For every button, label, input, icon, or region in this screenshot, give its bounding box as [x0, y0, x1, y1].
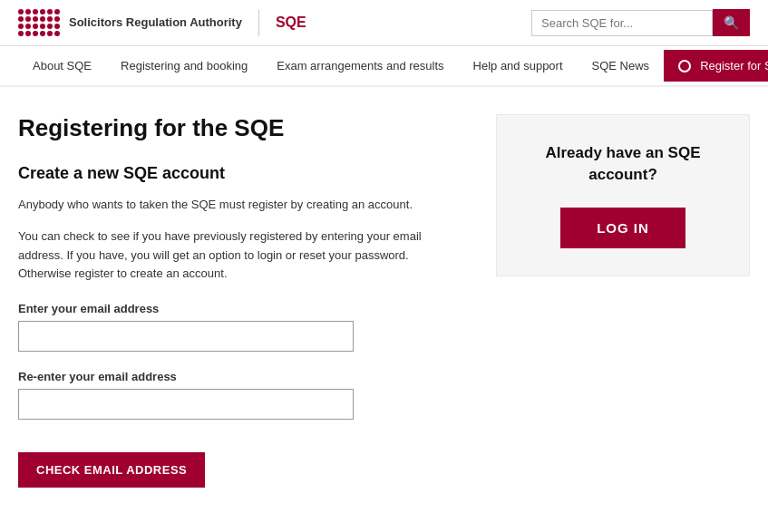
logo-text: Solicitors Regulation Authority — [69, 15, 242, 30]
main-nav: About SQE Registering and booking Exam a… — [0, 46, 768, 87]
logo-divider — [258, 9, 259, 36]
re-email-form-group: Re-enter your email address — [18, 370, 460, 420]
nav-link-registering-booking[interactable]: Registering and booking — [106, 46, 262, 85]
site-header: Solicitors Regulation Authority SQE 🔍 — [0, 0, 768, 46]
email-input[interactable] — [18, 321, 354, 352]
nav-link-about-sqe[interactable]: About SQE — [18, 46, 106, 85]
account-panel: Already have an SQE account? LOG IN — [496, 114, 750, 276]
account-panel-title: Already have an SQE account? — [515, 142, 731, 186]
email-form-group: Enter your email address — [18, 302, 460, 352]
section-title: Create a new SQE account — [18, 164, 460, 183]
re-email-label: Re-enter your email address — [18, 370, 460, 383]
sqe-news-link[interactable]: SQE News — [578, 46, 665, 85]
register-button[interactable]: Register for SQE · Log in — [664, 50, 768, 82]
search-area: 🔍 — [531, 9, 750, 36]
email-label: Enter your email address — [18, 302, 460, 315]
sqe-brand: SQE — [276, 15, 306, 31]
register-label: Register for SQE — [700, 59, 768, 73]
login-button[interactable]: LOG IN — [560, 208, 685, 248]
nav-link-exam-arrangements[interactable]: Exam arrangements and results — [262, 46, 458, 85]
nav-links: About SQE Registering and booking Exam a… — [18, 46, 578, 85]
logo-icon — [18, 9, 60, 36]
user-circle-icon — [678, 60, 691, 73]
left-column: Registering for the SQE Create a new SQE… — [18, 114, 460, 488]
check-email-button[interactable]: CHECK EMAIL ADDRESS — [18, 452, 205, 488]
logo-area: Solicitors Regulation Authority SQE — [18, 9, 306, 36]
search-input[interactable] — [531, 10, 713, 36]
main-content: Registering for the SQE Create a new SQE… — [0, 87, 768, 515]
page-title: Registering for the SQE — [18, 114, 460, 142]
body-text-1: Anybody who wants to taken the SQE must … — [18, 196, 460, 215]
body-text-2: You can check to see if you have previou… — [18, 227, 460, 284]
search-button[interactable]: 🔍 — [713, 9, 750, 36]
right-column: Already have an SQE account? LOG IN — [496, 114, 750, 488]
re-email-input[interactable] — [18, 389, 354, 420]
nav-link-help-support[interactable]: Help and support — [459, 46, 578, 85]
nav-right: SQE News Register for SQE · Log in — [578, 46, 768, 85]
